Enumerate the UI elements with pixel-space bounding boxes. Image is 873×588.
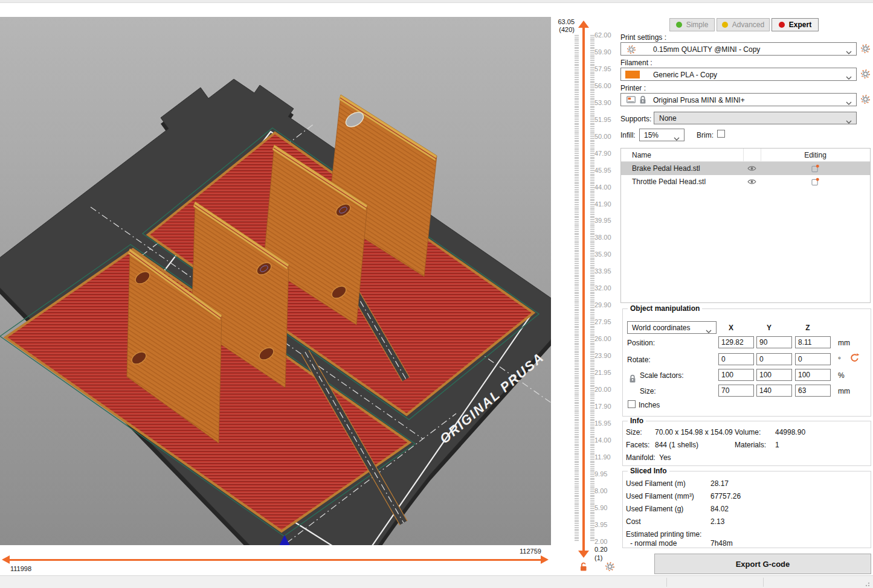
ruler-label: 57.95 (594, 65, 619, 72)
chevron-down-icon (706, 327, 712, 335)
sidebar-panel: Simple Advanced Expert Print settings : … (619, 17, 873, 577)
size-z-input[interactable] (795, 385, 831, 397)
chevron-down-icon (846, 98, 852, 107)
reset-rotation-icon[interactable] (849, 353, 860, 365)
slider-gear-icon[interactable] (605, 561, 615, 574)
brim-label: Brim: (697, 131, 714, 139)
ruler-label: 26.00 (594, 335, 619, 342)
info-title: Info (628, 417, 646, 425)
ruler-label: 11.90 (594, 453, 619, 461)
edit-object-icon[interactable] (761, 162, 869, 175)
size-unit: mm (838, 387, 850, 395)
printer-bed-icon (627, 95, 636, 106)
ruler-ticks-right (590, 35, 594, 542)
object-row[interactable]: Throttle Pedal Head.stl (621, 175, 870, 188)
mode-advanced-label: Advanced (732, 21, 764, 29)
mode-bar: Simple Advanced Expert (669, 18, 819, 31)
size-x-input[interactable] (718, 385, 754, 397)
print-settings-label: Print settings : (620, 33, 666, 42)
ruler-label: 3.95 (594, 521, 619, 528)
size-info-label: Size: (626, 428, 642, 436)
materials-label: Materials: (735, 441, 766, 449)
resize-grip[interactable] (865, 581, 871, 587)
ruler-label: 33.95 (594, 267, 619, 275)
ruler-label: 47.90 (594, 150, 619, 157)
ruler-label: 20.00 (594, 386, 619, 393)
sliced-row-label: Cost (626, 517, 641, 526)
editing-column-header[interactable]: Editing (761, 149, 869, 161)
chevron-down-icon (846, 48, 852, 56)
manifold-label: Manifold: (626, 453, 656, 462)
scale-lock-icon[interactable] (629, 374, 636, 385)
scale-y-input[interactable] (756, 369, 792, 381)
move-slider-right-handle[interactable] (541, 555, 549, 564)
unlock-icon[interactable] (579, 562, 588, 574)
print-settings-value: 0.15mm QUALITY @MINI - Copy (653, 45, 760, 54)
infill-combo[interactable]: 15% (639, 129, 685, 141)
mode-button-simple[interactable]: Simple (669, 18, 715, 31)
simple-dot-icon (676, 22, 682, 28)
brim-checkbox[interactable] (717, 130, 725, 138)
mode-expert-label: Expert (789, 21, 811, 29)
layer-slider-lower-handle[interactable] (578, 551, 589, 558)
position-x-input[interactable] (718, 336, 754, 348)
layer-bottom-count: (1) (594, 554, 602, 561)
object-row[interactable]: Brake Pedal Head.stl (621, 162, 870, 175)
ruler-label: 51.95 (594, 116, 619, 123)
rotate-x-input[interactable] (718, 353, 754, 365)
facets-label: Facets: (626, 441, 649, 449)
move-slider-left-value: 111998 (10, 565, 31, 572)
print-settings-combo[interactable]: 0.15mm QUALITY @MINI - Copy (620, 42, 857, 56)
position-z-input[interactable] (795, 336, 831, 348)
position-y-input[interactable] (756, 336, 792, 348)
ruler-label: 44.00 (594, 184, 619, 191)
gcode-move-slider[interactable]: 111998 112759 (0, 545, 551, 575)
ruler-labels: 62.0059.9057.9556.0053.9051.9550.0047.90… (594, 31, 619, 545)
sliced-info-row: Used Filament (g) 84.02 (623, 505, 871, 517)
ruler-label: 2.00 (594, 538, 619, 545)
sliced-info-row: Cost 2.13 (623, 517, 871, 530)
printer-combo[interactable]: Original Prusa MINI & MINI+ (620, 93, 857, 106)
sliced-row-label: Used Filament (m) (626, 479, 686, 488)
scale-x-input[interactable] (718, 369, 754, 381)
layer-slider-track[interactable] (582, 27, 585, 553)
eye-column-header[interactable] (743, 149, 761, 161)
filament-combo[interactable]: Generic PLA - Copy (620, 68, 857, 81)
ruler-label: 45.95 (594, 167, 619, 174)
inches-checkbox[interactable] (628, 400, 636, 408)
scale-z-input[interactable] (795, 369, 831, 381)
3d-viewport[interactable]: ORIGINAL PRUSA (0, 17, 551, 545)
facets-value: 844 (1 shells) (655, 441, 698, 449)
sliced-row-label: Used Filament (g) (626, 505, 683, 513)
export-gcode-button[interactable]: Export G-code (654, 554, 871, 574)
layer-range-slider[interactable]: 63.05 (420) 62.0059.9057.9556.0053.9051.… (553, 17, 619, 577)
coordinate-system-combo[interactable]: World coordinates (627, 321, 717, 334)
mode-button-expert[interactable]: Expert (772, 18, 819, 31)
mode-button-advanced[interactable]: Advanced (717, 18, 770, 31)
printer-value: Original Prusa MINI & MINI+ (653, 96, 745, 104)
print-settings-gear-button[interactable] (859, 43, 871, 56)
eye-icon[interactable] (743, 175, 761, 188)
object-name[interactable]: Brake Pedal Head.stl (621, 164, 743, 173)
status-divider (666, 578, 667, 587)
size-y-input[interactable] (756, 385, 792, 397)
move-slider-track[interactable] (7, 559, 543, 561)
object-name[interactable]: Throttle Pedal Head.stl (621, 177, 743, 186)
name-column-header[interactable]: Name (621, 151, 743, 159)
sliced-row-label: Used Filament (mm³) (626, 492, 694, 500)
printer-gear-button[interactable] (859, 94, 871, 106)
rotate-z-input[interactable] (795, 353, 831, 365)
ruler-label: 62.00 (594, 31, 619, 39)
object-rows: Brake Pedal Head.stl Throttle Pedal Head… (621, 162, 870, 188)
supports-combo[interactable]: None (654, 112, 857, 124)
sliced-info-rows: Used Filament (m) 28.17 Used Filament (m… (623, 479, 871, 530)
object-manipulation-box: Object manipulation World coordinates X … (622, 308, 871, 417)
edit-object-icon[interactable] (761, 175, 869, 188)
sliced-info-box: Sliced Info Used Filament (m) 28.17 Used… (622, 471, 871, 548)
object-list: Name Editing Brake Pedal Head.stl Th (620, 148, 871, 303)
filament-gear-button[interactable] (859, 69, 871, 81)
eye-icon[interactable] (743, 162, 761, 175)
size-label: Size: (640, 387, 656, 395)
rotate-y-input[interactable] (756, 353, 792, 365)
rotate-label: Rotate: (627, 356, 651, 364)
